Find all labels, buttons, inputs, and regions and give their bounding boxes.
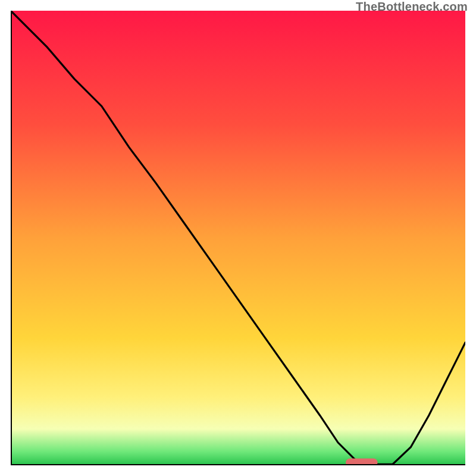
gradient-plot-area — [11, 11, 465, 465]
chart-container: TheBottleneck.com — [0, 0, 476, 476]
